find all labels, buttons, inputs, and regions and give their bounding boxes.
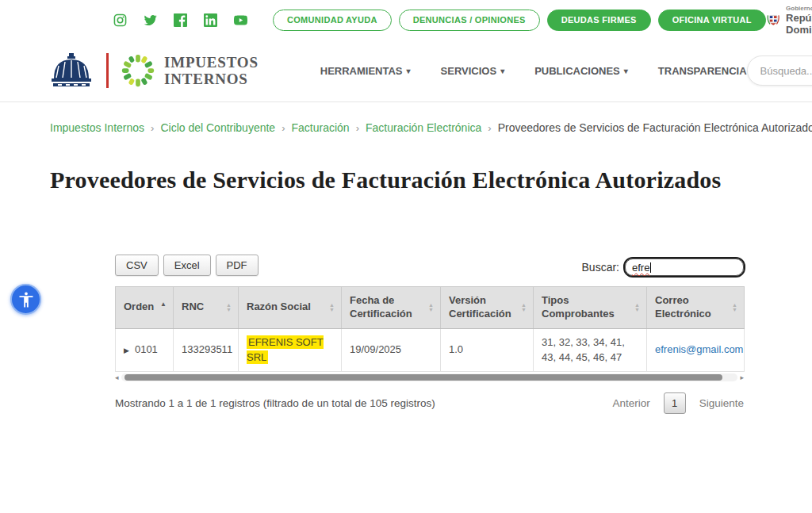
breadcrumb-current: Proveedores de Servicios de Facturación … <box>498 121 812 134</box>
nav-label: HERRAMIENTAS <box>320 65 403 77</box>
main-header: IMPUESTOS INTERNOS HERRAMIENTAS ▾ SERVIC… <box>0 40 812 101</box>
table-row: ▶0101 133293511 EFRENIS SOFT SRL 19/09/2… <box>116 328 745 372</box>
top-utility-bar: COMUNIDAD AYUDA DENUNCIAS / OPINIONES DE… <box>0 0 812 40</box>
table-search-value: efre <box>632 262 649 274</box>
topbar-buttons-group: COMUNIDAD AYUDA DENUNCIAS / OPINIONES DE… <box>273 10 766 31</box>
column-header-version-certificacion[interactable]: Versión Certificación ▲▼ <box>441 287 534 329</box>
government-brand-text: Gobierno de la República Dominicana <box>786 5 812 36</box>
chevron-down-icon: ▾ <box>624 67 628 75</box>
export-pdf-button[interactable]: PDF <box>216 255 259 276</box>
brand-line1: IMPUESTOS <box>164 54 259 71</box>
nav-label: TRANSPARENCIA <box>658 65 747 77</box>
column-label: Tipos Comprobantes <box>542 294 631 321</box>
scrollbar-thumb[interactable] <box>124 374 723 381</box>
cell-version-certificacion: 1.0 <box>441 328 534 372</box>
horizontal-scrollbar: ◂ ▸ <box>115 372 744 383</box>
brand-line2: INTERNOS <box>164 71 259 87</box>
export-excel-button[interactable]: Excel <box>163 255 211 276</box>
breadcrumb-separator: › <box>356 122 359 134</box>
nav-publicaciones[interactable]: PUBLICACIONES ▾ <box>534 65 628 77</box>
text-cursor <box>650 262 651 273</box>
column-label: Razón Social <box>247 301 311 314</box>
table-info-text: Mostrando 1 a 1 de 1 registros (filtrado… <box>115 397 435 409</box>
search-highlight: EFRENIS SOFT SRL <box>247 335 324 364</box>
nav-label: PUBLICACIONES <box>534 65 620 77</box>
table-header-row: Orden ▲ RNC ▲▼ Razón Social ▲▼ Fecha de … <box>116 287 745 329</box>
denuncias-opiniones-button[interactable]: DENUNCIAS / OPINIONES <box>399 10 540 31</box>
page-title: Proveedores de Servicios de Facturación … <box>50 167 795 193</box>
sort-ascending-icon: ▲ <box>160 301 167 308</box>
column-label: Versión Certificación <box>449 294 518 321</box>
dominican-coat-of-arms-icon <box>766 8 780 32</box>
header-divider <box>0 101 812 102</box>
logo-red-divider <box>106 53 109 88</box>
social-icons-group <box>113 13 247 27</box>
export-buttons-group: CSV Excel PDF <box>115 255 259 276</box>
cell-fecha-certificacion: 19/09/2025 <box>342 328 441 372</box>
gov-line1: Gobierno de la <box>786 5 812 12</box>
pagination-previous-button[interactable]: Anterior <box>612 397 649 409</box>
table-search-input[interactable]: efre <box>625 258 744 276</box>
sort-icon: ▲▼ <box>329 303 335 312</box>
column-label: Orden <box>124 301 154 314</box>
orden-value: 0101 <box>135 343 158 355</box>
export-csv-button[interactable]: CSV <box>115 255 159 276</box>
breadcrumb-link[interactable]: Impuestos Internos <box>50 121 144 134</box>
scrollbar-track[interactable] <box>121 373 738 381</box>
column-header-orden[interactable]: Orden ▲ <box>116 287 174 329</box>
nav-herramientas[interactable]: HERRAMIENTAS ▾ <box>320 65 411 77</box>
table-toolbar: CSV Excel PDF Buscar: efre <box>115 255 744 276</box>
column-label: Fecha de Certificación <box>350 294 425 321</box>
impuestos-internos-logo[interactable]: IMPUESTOS INTERNOS <box>49 52 259 90</box>
cell-orden: ▶0101 <box>116 328 174 372</box>
column-header-razon-social[interactable]: Razón Social ▲▼ <box>239 287 342 329</box>
column-header-fecha-certificacion[interactable]: Fecha de Certificación ▲▼ <box>342 287 441 329</box>
government-brand[interactable]: Gobierno de la República Dominicana <box>766 5 812 36</box>
accessibility-icon <box>17 290 36 309</box>
breadcrumb-separator: › <box>282 122 285 134</box>
table-footer: Mostrando 1 a 1 de 1 registros (filtrado… <box>115 392 744 414</box>
cell-correo-electronico: efrenis@gmail.com <box>647 328 745 372</box>
accessibility-widget-button[interactable] <box>10 284 41 315</box>
instagram-icon[interactable] <box>113 13 127 27</box>
breadcrumb-separator: › <box>151 122 154 134</box>
main-nav: HERRAMIENTAS ▾ SERVICIOS ▾ PUBLICACIONES… <box>320 65 747 77</box>
sort-icon: ▲▼ <box>634 303 640 312</box>
breadcrumb-separator: › <box>488 122 491 134</box>
column-header-correo-electronico[interactable]: Correo Electrónico ▲▼ <box>647 287 745 329</box>
sunburst-icon <box>120 52 156 89</box>
cell-tipos-comprobantes: 31, 32, 33, 34, 41, 43, 44, 45, 46, 47 <box>534 328 647 372</box>
pagination-page-1-button[interactable]: 1 <box>664 392 686 414</box>
youtube-icon[interactable] <box>234 13 247 27</box>
breadcrumb-link[interactable]: Ciclo del Contribuyente <box>160 121 275 134</box>
comunidad-ayuda-button[interactable]: COMUNIDAD AYUDA <box>273 10 392 31</box>
pagination-next-button[interactable]: Siguiente <box>699 397 744 409</box>
nav-transparencia[interactable]: TRANSPARENCIA <box>658 65 747 77</box>
expand-row-icon[interactable]: ▶ <box>124 346 129 354</box>
site-search-input[interactable] <box>760 65 812 77</box>
breadcrumb-link[interactable]: Facturación Electrónica <box>366 121 481 134</box>
cell-rnc: 133293511 <box>174 328 239 372</box>
sort-icon: ▲▼ <box>428 303 434 312</box>
table-search-label: Buscar: <box>582 261 619 274</box>
national-palace-dome-icon <box>49 52 94 90</box>
scroll-right-icon[interactable]: ▸ <box>740 373 744 381</box>
cell-razon-social: EFRENIS SOFT SRL <box>239 328 342 372</box>
scroll-left-icon[interactable]: ◂ <box>115 373 119 381</box>
column-header-tipos-comprobantes[interactable]: Tipos Comprobantes ▲▼ <box>534 287 647 329</box>
breadcrumb: Impuestos Internos › Ciclo del Contribuy… <box>50 121 812 134</box>
deudas-firmes-button[interactable]: DEUDAS FIRMES <box>547 10 651 31</box>
sort-icon: ▲▼ <box>732 303 737 312</box>
brand-wordmark: IMPUESTOS INTERNOS <box>164 54 259 87</box>
twitter-icon[interactable] <box>144 13 157 27</box>
column-header-rnc[interactable]: RNC ▲▼ <box>174 287 239 329</box>
nav-servicios[interactable]: SERVICIOS ▾ <box>441 65 505 77</box>
oficina-virtual-button[interactable]: OFICINA VIRTUAL <box>658 10 766 31</box>
gov-line2: República Dominicana <box>786 12 812 36</box>
breadcrumb-link[interactable]: Facturación <box>292 121 350 134</box>
column-label: Correo Electrónico <box>655 294 729 321</box>
chevron-down-icon: ▾ <box>500 67 504 75</box>
facebook-icon[interactable] <box>174 13 187 27</box>
email-link[interactable]: efrenis@gmail.com <box>655 343 743 355</box>
linkedin-icon[interactable] <box>204 13 217 27</box>
